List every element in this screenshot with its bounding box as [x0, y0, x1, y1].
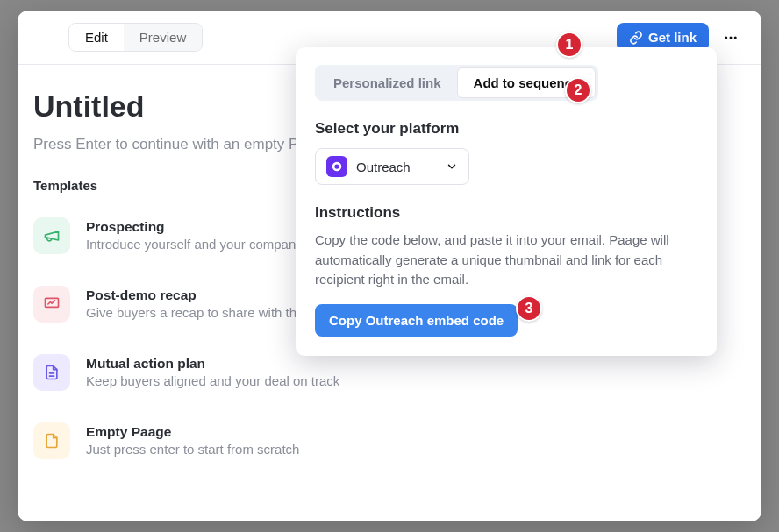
preview-tab[interactable]: Preview — [124, 24, 202, 51]
document-icon — [33, 354, 70, 391]
template-desc: Just press enter to start from scratch — [86, 442, 299, 457]
link-icon — [629, 31, 643, 45]
svg-point-5 — [334, 164, 339, 168]
editor-modal: Edit Preview Get link Untitled Press Ent… — [18, 11, 761, 521]
get-link-label: Get link — [648, 30, 697, 45]
annotation-marker-3: 3 — [516, 295, 542, 322]
svg-point-1 — [730, 36, 733, 39]
annotation-marker-2: 2 — [565, 77, 591, 103]
link-type-tabs: Personalized link Add to sequence — [315, 65, 598, 101]
get-link-popover: Personalized link Add to sequence Select… — [296, 47, 717, 356]
template-title: Mutual action plan — [86, 356, 339, 372]
platform-section-label: Select your platform — [315, 120, 697, 138]
presentation-icon — [33, 286, 70, 323]
template-empty-paage[interactable]: Empty Paage Just press enter to start fr… — [33, 414, 746, 482]
annotation-marker-1: 1 — [556, 32, 582, 58]
more-horizontal-icon — [723, 30, 739, 46]
copy-embed-code-button[interactable]: Copy Outreach embed code — [315, 304, 518, 337]
instructions-body: Copy the code below, and paste it into y… — [315, 231, 697, 290]
platform-selected-name: Outreach — [356, 160, 411, 174]
more-menu-button[interactable] — [716, 25, 746, 51]
edit-tab[interactable]: Edit — [69, 24, 124, 51]
svg-point-2 — [734, 36, 737, 39]
tab-personalized-link[interactable]: Personalized link — [318, 67, 457, 98]
template-title: Prospecting — [86, 219, 303, 235]
megaphone-icon — [33, 217, 70, 254]
template-title: Empty Paage — [86, 424, 299, 440]
template-mutual-action-plan[interactable]: Mutual action plan Keep buyers aligned a… — [33, 345, 746, 414]
template-desc: Keep buyers aligned and your deal on tra… — [86, 373, 339, 388]
chevron-down-icon — [446, 160, 458, 173]
platform-select[interactable]: Outreach — [315, 148, 469, 185]
outreach-logo-icon — [326, 156, 347, 177]
edit-preview-toggle: Edit Preview — [68, 23, 203, 52]
file-icon — [33, 422, 70, 459]
svg-point-0 — [725, 36, 727, 39]
instructions-heading: Instructions — [315, 204, 697, 222]
template-desc: Introduce yourself and your company — [86, 237, 303, 252]
